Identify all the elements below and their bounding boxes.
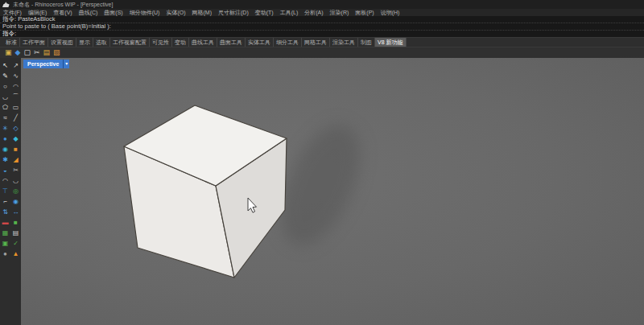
toolbar-tab[interactable]: 网格工具 — [302, 38, 330, 47]
clipboard-icon[interactable]: ▤ — [43, 49, 51, 56]
wrench-icon[interactable]: ⌐ — [3, 196, 7, 207]
chevron-down-icon[interactable]: ▾ — [63, 60, 69, 68]
fillet-surface-icon[interactable]: ◢ — [13, 154, 18, 165]
menu-item[interactable]: 渲染(R) — [327, 9, 353, 17]
left-tool-dock: ↖ ↗ ✎ ∿ ○ ◠ ◡ ⌒ ⬠ ▭ ≈ ╱ — [0, 58, 21, 325]
toolbar-tab[interactable]: 设置视图 — [48, 38, 76, 47]
command-prompt-input[interactable]: 指令: — [0, 31, 644, 37]
menu-item[interactable]: 变动(T) — [252, 9, 277, 17]
viewport-scene[interactable] — [21, 58, 644, 325]
globe-icon[interactable]: ◎ — [13, 186, 19, 196]
menu-item[interactable]: 分析(A) — [301, 9, 326, 17]
toolbar-tab[interactable]: 曲线工具 — [189, 38, 217, 47]
toolbar-tab[interactable]: 选取 — [93, 38, 110, 47]
standard-toolbar: ▣ ◆ ▢ ✂ ▤ ▧ — [0, 47, 644, 58]
arc-icon[interactable]: ◠ — [13, 81, 19, 92]
solid-tools-icon[interactable]: ◉ — [2, 144, 8, 154]
surface-icon[interactable]: ◇ — [13, 123, 18, 134]
toolbar-tab[interactable]: 工作平面 — [20, 38, 48, 47]
menu-item[interactable]: 工具(L) — [277, 9, 302, 17]
box-icon[interactable]: ◆ — [13, 134, 18, 144]
box-object[interactable] — [124, 105, 287, 278]
fillet-icon[interactable]: ◠ — [2, 175, 8, 186]
grid-icon[interactable]: ▦ — [2, 228, 9, 238]
toolbar-tab[interactable]: 变动 — [172, 38, 189, 47]
polygon-icon[interactable]: ⬠ — [2, 102, 8, 113]
line-icon[interactable]: ╱ — [14, 113, 18, 123]
title-bar: 未命名 - Rhinoceros WIP - [Perspective] — [0, 0, 644, 9]
toolbar-tab[interactable]: 曲面工具 — [217, 38, 246, 47]
window-title: 未命名 - Rhinoceros WIP - [Perspective] — [13, 1, 113, 9]
rectangle-icon[interactable]: ▭ — [13, 102, 19, 113]
menu-item[interactable]: 网格(M) — [189, 9, 216, 17]
trim-icon[interactable]: ✂ — [13, 165, 19, 175]
menu-item[interactable]: 查看(V) — [50, 9, 75, 17]
freeform-curve-icon[interactable]: ⌒ — [13, 92, 19, 102]
cube-check-icon[interactable]: ▣ — [2, 238, 9, 249]
menu-item[interactable]: 曲面(S) — [101, 9, 126, 17]
menu-bar: 文件(F) 编辑(E) 查看(V) 曲线(C) 曲面(S) 细分物件(U) 实体… — [0, 9, 644, 16]
folder-icon[interactable]: ▧ — [53, 49, 60, 56]
toolbar-tab[interactable]: 标准 — [3, 38, 20, 47]
gumball-icon[interactable]: ◉ — [13, 196, 19, 207]
paint-icon[interactable]: ▬ — [2, 217, 9, 228]
rhino-window: 未命名 - Rhinoceros WIP - [Perspective] 文件(… — [0, 0, 644, 325]
cone-icon[interactable]: ▲ — [13, 249, 19, 259]
rhino-logo-icon — [2, 2, 10, 8]
cut-icon[interactable]: ✂ — [34, 49, 40, 56]
notes-icon[interactable]: ▤ — [13, 228, 19, 238]
viewport-tab-label[interactable]: Perspective — [23, 60, 63, 68]
perspective-viewport[interactable]: Perspective ▾ — [21, 58, 644, 325]
pan-cursor-icon[interactable]: ↗ — [13, 60, 19, 71]
curve-icon[interactable]: ∿ — [13, 71, 19, 81]
drill-icon[interactable]: ⊤ — [2, 186, 8, 196]
duplicate-icon[interactable]: ▢ — [23, 49, 31, 56]
menu-item[interactable]: 细分物件(U) — [126, 9, 163, 17]
check-icon[interactable]: ✓ — [13, 238, 19, 249]
arc-tool-icon[interactable]: ◡ — [2, 92, 8, 102]
viewport-tab[interactable]: Perspective ▾ — [23, 60, 69, 68]
command-area: 指令: PasteAsBlock Point to paste to ( Bas… — [0, 16, 644, 37]
boolean-icon[interactable]: ◒ — [3, 165, 7, 175]
splash-icon[interactable]: ✱ — [2, 154, 8, 165]
toolbar-tab[interactable]: 实体工具 — [246, 38, 274, 47]
move-points-icon[interactable]: ⇅ — [2, 207, 8, 217]
circle-icon[interactable]: ○ — [3, 81, 7, 92]
copy-icon[interactable]: ▣ — [5, 49, 12, 56]
menu-item[interactable]: 文件(F) — [0, 9, 25, 17]
menu-item[interactable]: 曲线(C) — [76, 9, 101, 17]
select-arrow-icon[interactable]: ↖ — [2, 60, 8, 71]
menu-item[interactable]: 编辑(E) — [25, 9, 50, 17]
toolbar-tab[interactable]: 工作视窗配置 — [110, 38, 150, 47]
menu-item[interactable]: 说明(H) — [378, 9, 403, 17]
command-history-line: 指令: PasteAsBlock — [0, 16, 644, 23]
toolbar-tab[interactable]: V8 新功能 — [375, 38, 407, 47]
polysurface-icon[interactable]: ■ — [14, 144, 18, 154]
command-history-line: Point to paste to ( Base point(B)=Initia… — [0, 23, 644, 31]
curve-tools-icon[interactable]: ≈ — [3, 113, 6, 123]
toolbar-tab[interactable]: 细分工具 — [274, 38, 302, 47]
gray-sphere-icon[interactable]: ● — [3, 249, 7, 259]
menu-item[interactable]: 尺寸标注(D) — [215, 9, 252, 17]
toolbar-tab[interactable]: 可见性 — [150, 38, 172, 47]
menu-item[interactable]: 实体(O) — [163, 9, 188, 17]
menu-item[interactable]: 面板(P) — [352, 9, 377, 17]
paste-special-icon[interactable]: ◆ — [15, 49, 21, 56]
toolbar-tab[interactable]: 渲染工具 — [330, 38, 358, 47]
scale-icon[interactable]: ↔ — [13, 207, 19, 217]
blend-icon[interactable]: ◡ — [13, 175, 19, 186]
toolbar-tab[interactable]: 显示 — [76, 38, 93, 47]
toolbar-tab[interactable]: 制图 — [358, 38, 375, 47]
green-cube-icon[interactable]: ■ — [14, 217, 18, 228]
toolbar-tabs: 标准 工作平面 设置视图 显示 选取 工作视窗配置 可见性 变动 曲线工具 曲面… — [0, 37, 644, 47]
polyline-icon[interactable]: ✎ — [2, 71, 8, 81]
point-icon[interactable]: ✳ — [2, 123, 8, 134]
sphere-icon[interactable]: ● — [3, 134, 7, 144]
